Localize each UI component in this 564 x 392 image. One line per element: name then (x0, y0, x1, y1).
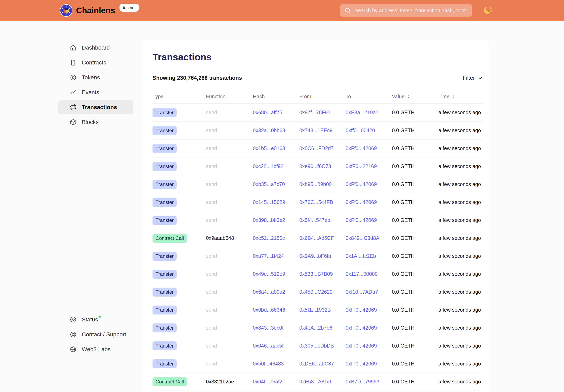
hash-link[interactable]: 0x398...bb3e2 (253, 217, 299, 223)
time-cell: a few seconds ago (438, 307, 483, 313)
time-cell: a few seconds ago (438, 163, 483, 169)
function-cell: send (206, 217, 253, 223)
from-link[interactable]: 0x97f...78F91 (299, 110, 346, 115)
table-row: Transfer send 0x145...15689 0x76C...5c4F… (152, 193, 483, 211)
home-icon (70, 44, 77, 51)
search-input[interactable] (354, 7, 468, 14)
sidebar-item-label: Blocks (82, 119, 98, 126)
to-link[interactable]: 0x117...00000 (346, 271, 392, 277)
column-header-time[interactable]: Time (438, 94, 483, 99)
moon-icon (482, 5, 493, 16)
value-cell: 0.0 GETH (392, 145, 438, 151)
sidebar-item-transactions[interactable]: Transactions (58, 100, 133, 114)
sidebar-item-events[interactable]: Events (58, 85, 133, 99)
time-cell: a few seconds ago (438, 127, 483, 133)
sort-icon[interactable] (406, 94, 411, 99)
from-link[interactable]: 0xe96...f6C73 (299, 163, 346, 169)
column-header-label: Type (152, 94, 164, 99)
to-link[interactable]: 0xFf0...42069 (346, 307, 392, 313)
to-link[interactable]: 0xFf0...42069 (346, 325, 392, 331)
hash-link[interactable]: 0xc28...1bf92 (253, 163, 299, 169)
function-cell: send (206, 307, 253, 313)
from-link[interactable]: 0x743...1EEc9 (299, 127, 346, 133)
to-link[interactable]: 0xB7D...79553 (346, 379, 392, 385)
table-row: Transfer send 0xb0f...46483 0xDE6...abC8… (152, 355, 483, 373)
sidebar-item-contact-support[interactable]: Contact / Support (58, 328, 133, 341)
sidebar-item-dashboard[interactable]: Dashboard (58, 41, 133, 55)
sidebar-item-status[interactable]: Status (58, 313, 133, 326)
app-header: Chainlens testnet (0, 0, 564, 21)
column-header-label: Hash (253, 94, 265, 99)
to-link[interactable]: 0xFf0...42069 (346, 145, 392, 151)
from-link[interactable]: 0x0C6...FD2d7 (299, 145, 346, 151)
table-row: Transfer send 0x6a4...a09a2 0x450...C262… (152, 283, 483, 301)
function-cell: send (206, 361, 253, 367)
column-header-function: Function (206, 94, 253, 99)
from-link[interactable]: 0x305...eDbDB (299, 343, 346, 349)
from-link[interactable]: 0x76C...5c4FB (299, 199, 346, 205)
to-link[interactable]: 0xE3a...219a1 (346, 110, 392, 115)
column-header-value[interactable]: Value (392, 94, 438, 99)
hash-link[interactable]: 0x0bd...66346 (253, 307, 299, 313)
to-link[interactable]: 0xFf0...42069 (346, 343, 392, 349)
sidebar-item-blocks[interactable]: Blocks (58, 115, 133, 129)
from-link[interactable]: 0x533...B7B09 (299, 271, 346, 277)
sidebar-item-contracts[interactable]: Contracts (58, 56, 133, 70)
hash-link[interactable]: 0x49e...512e9 (253, 271, 299, 277)
from-link[interactable]: 0xE58...A81cF (299, 379, 346, 385)
from-link[interactable]: 0x5f4...547eb (299, 217, 346, 223)
hash-link[interactable]: 0x145...15689 (253, 199, 299, 205)
to-link[interactable]: 0xFf0...42069 (346, 181, 392, 187)
to-link[interactable]: 0xfF0...22169 (346, 163, 392, 169)
type-badge: Transfer (152, 198, 177, 207)
testnet-badge: testnet (120, 4, 139, 12)
sidebar-item-label: Transactions (82, 104, 117, 111)
contract-icon (70, 59, 77, 66)
to-link[interactable]: 0xff0...00420 (346, 127, 392, 133)
type-badge: Transfer (152, 144, 177, 153)
from-link[interactable]: 0x5f1...1932B (299, 307, 346, 313)
time-cell: a few seconds ago (438, 325, 483, 331)
sort-icon[interactable] (452, 94, 456, 99)
hash-link[interactable]: 0xb0f...46483 (253, 361, 299, 367)
to-link[interactable]: 0x1Af...fc2Eb (346, 253, 392, 259)
to-link[interactable]: 0x849...C3d8A (346, 235, 392, 241)
sidebar-item-tokens[interactable]: Tokens (58, 70, 133, 84)
type-badge: Transfer (152, 359, 177, 368)
hash-link[interactable]: 0x046...aac5f (253, 343, 299, 349)
from-link[interactable]: 0xDE6...abC87 (299, 361, 346, 367)
hash-link[interactable]: 0x64f...75af2 (253, 379, 299, 385)
to-link[interactable]: 0xFf0...42069 (346, 217, 392, 223)
from-link[interactable]: 0x6B4...Ad5CF (299, 235, 346, 241)
sidebar-item-web3-labs[interactable]: Web3 Labs (58, 342, 133, 356)
hash-link[interactable]: 0x1b5...e0163 (253, 145, 299, 151)
search-bar[interactable] (340, 4, 472, 17)
to-link[interactable]: 0xFf0...42069 (346, 199, 392, 205)
main-card: Transactions Showing 230,764,286 transac… (142, 40, 489, 392)
to-link[interactable]: 0xf10...7ADa7 (346, 289, 392, 295)
value-cell: 0.0 GETH (392, 289, 438, 295)
from-link[interactable]: 0xb95...89b00 (299, 181, 346, 187)
time-cell: a few seconds ago (438, 217, 483, 223)
hash-link[interactable]: 0x32a...0bb69 (253, 127, 299, 133)
hash-link[interactable]: 0x680...aff75 (253, 110, 299, 115)
hash-link[interactable]: 0xb35...a7c70 (253, 181, 299, 187)
column-header-hash: Hash (253, 94, 299, 99)
column-header-label: Time (438, 94, 450, 99)
from-link[interactable]: 0x450...C2620 (299, 289, 346, 295)
hash-link[interactable]: 0xa77...1f424 (253, 253, 299, 259)
filter-button[interactable]: Filter (463, 75, 483, 81)
type-badge: Transfer (152, 306, 177, 314)
hash-link[interactable]: 0x843...3ec0f (253, 325, 299, 331)
theme-toggle-button[interactable] (482, 5, 493, 16)
hash-link[interactable]: 0x6a4...a09a2 (253, 289, 299, 295)
column-header-label: From (299, 94, 311, 99)
to-link[interactable]: 0xFf0...42069 (346, 361, 392, 367)
from-link[interactable]: 0x9A9...bF6fb (299, 253, 346, 259)
value-cell: 0.0 GETH (392, 163, 438, 169)
from-link[interactable]: 0x4eA...2b7b6 (299, 325, 346, 331)
hash-link[interactable]: 0xe52...2150c (253, 235, 299, 241)
table-row: Transfer send 0x1b5...e0163 0x0C6...FD2d… (152, 140, 483, 157)
type-badge: Transfer (152, 108, 177, 117)
value-cell: 0.0 GETH (392, 307, 438, 313)
